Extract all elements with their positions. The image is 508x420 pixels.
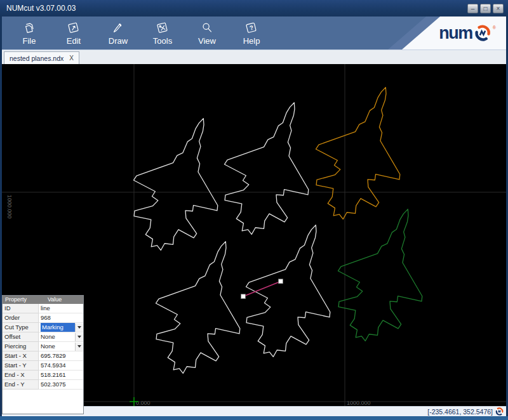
menu-item-draw[interactable]: Draw: [96, 16, 140, 49]
cursor-coordinates: [-235.4661, 352.5476]: [427, 408, 493, 416]
start-y-value-cell[interactable]: 574.5934: [39, 361, 83, 371]
piercing-label: Piercing: [3, 342, 39, 351]
piercing-dropdown-button[interactable]: [75, 343, 83, 351]
file-icon: [22, 21, 36, 35]
cut-type-value-cell[interactable]: Marking: [39, 323, 83, 332]
offset-value[interactable]: None: [41, 332, 75, 341]
menu-item-label: Help: [243, 36, 260, 46]
cut-type-dropdown-button[interactable]: [75, 324, 83, 332]
window-controls: –□×: [467, 4, 504, 13]
property-row-piercing: PiercingNone: [3, 342, 83, 351]
chevron-down-icon: [77, 345, 81, 348]
line-handle-start[interactable]: [278, 279, 283, 284]
drawing-canvas[interactable]: 0.0001000.0001000.000 Property Value IDl…: [2, 64, 506, 406]
property-panel: Property Value IDlineOrder968Cut TypeMar…: [2, 295, 84, 414]
main-toolbar: FileEditDrawToolsView?Help num ®: [2, 16, 506, 49]
tools-icon: [156, 21, 170, 35]
start-x-value-cell[interactable]: 695.7829: [39, 351, 83, 361]
order-value[interactable]: 968: [41, 313, 83, 322]
order-label: Order: [3, 313, 39, 323]
menu-item-label: Tools: [153, 36, 172, 46]
registered-mark: ®: [493, 25, 496, 30]
chevron-down-icon: [77, 336, 81, 338]
menu-item-label: View: [198, 36, 216, 46]
jet-outline-plane-5[interactable]: [227, 210, 358, 371]
end-x-value-cell[interactable]: 518.2161: [39, 371, 83, 380]
grid-tick-label-x: 0.000: [136, 400, 150, 406]
jet-outline-plane-6[interactable]: [319, 194, 450, 355]
brand-logo: num ®: [439, 25, 496, 41]
property-rows: IDlineOrder968Cut TypeMarkingOffsetNoneP…: [3, 304, 83, 414]
num-swirl-icon: [474, 25, 491, 41]
tab-close-icon[interactable]: X: [69, 55, 74, 62]
menu-item-view[interactable]: View: [185, 16, 229, 49]
menu-item-help[interactable]: ?Help: [229, 16, 274, 49]
window-title: NUMcut v3.07.00.03: [0, 4, 76, 13]
svg-text:?: ?: [249, 23, 254, 31]
id-label: ID: [3, 304, 39, 313]
start-x-value[interactable]: 695.7829: [41, 351, 83, 360]
num-swirl-icon: [495, 407, 504, 416]
order-value-cell[interactable]: 968: [39, 313, 83, 323]
edit-icon: [67, 21, 81, 35]
menu-item-file[interactable]: File: [7, 16, 51, 49]
start-y-value[interactable]: 574.5934: [41, 361, 83, 370]
jet-outline-plane-2[interactable]: [205, 88, 336, 248]
tab-nested-planes[interactable]: nested planes.ndx X: [4, 51, 79, 64]
tab-label: nested planes.ndx: [10, 55, 64, 62]
chevron-down-icon: [77, 326, 81, 329]
start-y-label: Start - Y: [3, 361, 39, 371]
menu-item-label: File: [23, 36, 36, 46]
offset-label: Offset: [3, 332, 39, 342]
property-panel-header: Property Value: [3, 296, 83, 304]
window-bottom-border: [0, 416, 508, 420]
start-x-label: Start - X: [3, 351, 39, 361]
offset-dropdown-button[interactable]: [75, 333, 83, 341]
property-row-start-y: Start - Y574.5934: [3, 361, 83, 371]
cut-type-label: Cut Type: [3, 323, 39, 332]
help-icon: ?: [244, 21, 258, 35]
view-icon: [200, 21, 214, 35]
app-window: NUMcut v3.07.00.03 –□× FileEditDrawTools…: [0, 0, 508, 420]
grid-tick-label-y: 1000.000: [6, 195, 13, 219]
end-y-value-cell[interactable]: 502.3075: [39, 380, 83, 390]
end-y-label: End - Y: [3, 380, 39, 390]
piercing-value[interactable]: None: [41, 342, 75, 351]
jet-outline-plane-4[interactable]: [137, 226, 267, 387]
piercing-value-cell[interactable]: None: [39, 342, 83, 351]
property-row-cut-type: Cut TypeMarking: [3, 323, 83, 332]
property-row-end-x: End - X518.2161: [3, 371, 83, 380]
cut-type-value[interactable]: Marking: [41, 323, 75, 332]
draw-icon: [111, 21, 125, 35]
property-column-header: Property: [3, 296, 39, 304]
minimize-button[interactable]: –: [467, 4, 478, 13]
property-row-order: Order968: [3, 313, 83, 323]
menu-item-tools[interactable]: Tools: [140, 16, 185, 49]
tab-bar: nested planes.ndx X: [2, 49, 506, 64]
end-x-value[interactable]: 518.2161: [41, 371, 83, 379]
end-y-value[interactable]: 502.3075: [41, 380, 83, 389]
title-bar: NUMcut v3.07.00.03 –□×: [0, 0, 508, 16]
menu-item-label: Edit: [67, 36, 81, 46]
property-row-offset: OffsetNone: [3, 332, 83, 342]
offset-value-cell[interactable]: None: [39, 332, 83, 342]
selected-line[interactable]: [243, 281, 281, 296]
end-x-label: End - X: [3, 371, 39, 380]
property-row-end-y: End - Y502.3075: [3, 380, 83, 390]
brand-wordmark: num: [439, 25, 472, 41]
grid-tick-label-x: 1000.000: [347, 400, 371, 406]
maximize-button[interactable]: □: [480, 4, 491, 13]
close-button[interactable]: ×: [493, 4, 504, 13]
line-handle-end[interactable]: [241, 294, 246, 299]
jet-outline-plane-3[interactable]: [297, 72, 427, 233]
property-row-start-x: Start - X695.7829: [3, 351, 83, 361]
id-value[interactable]: line: [41, 304, 83, 313]
value-column-header: Value: [39, 296, 83, 304]
menu-item-edit[interactable]: Edit: [51, 16, 96, 49]
menu-item-label: Draw: [109, 36, 128, 46]
property-row-id: IDline: [3, 304, 83, 313]
id-value-cell[interactable]: line: [39, 304, 83, 313]
